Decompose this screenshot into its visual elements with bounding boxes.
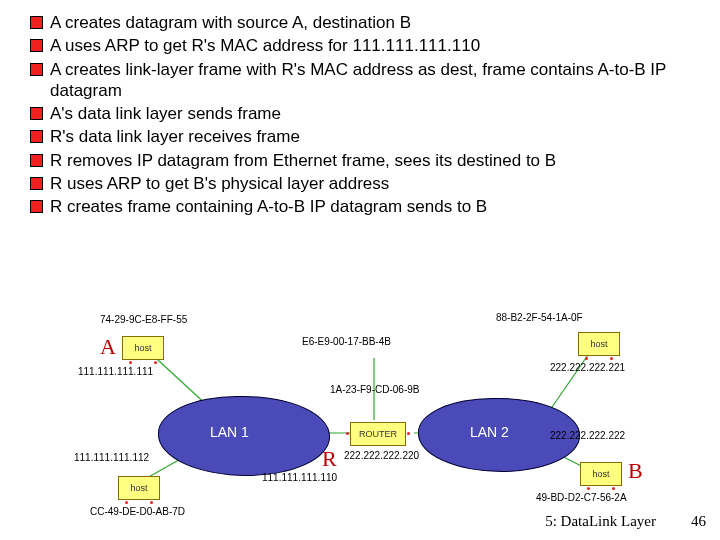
svg-line-5 bbox=[550, 352, 590, 410]
lan2-label: LAN 2 bbox=[470, 424, 509, 440]
bullet-item: R uses ARP to get B's physical layer add… bbox=[28, 173, 692, 194]
router-left-ip: 111.111.111.110 bbox=[262, 472, 337, 483]
host-a-icon: host bbox=[122, 336, 164, 360]
host-b-top-icon: host bbox=[578, 332, 620, 356]
host-b-top-mac: 88-B2-2F-54-1A-0F bbox=[496, 312, 583, 323]
lan1-label: LAN 1 bbox=[210, 424, 249, 440]
bullet-item: R's data link layer receives frame bbox=[28, 126, 692, 147]
label-b: B bbox=[628, 458, 643, 484]
footer-chapter: 5: DataLink Layer bbox=[545, 513, 656, 530]
bullet-list: A creates datagram with source A, destin… bbox=[28, 12, 692, 217]
host-a2-icon: host bbox=[118, 476, 160, 500]
bullet-item: A creates link-layer frame with R's MAC … bbox=[28, 59, 692, 102]
host-b-top-ip: 222.222.222.221 bbox=[550, 362, 625, 373]
host-a-ip: 111.111.111.111 bbox=[78, 366, 153, 377]
host-b-icon: host bbox=[580, 462, 622, 486]
bullet-item: R removes IP datagram from Ethernet fram… bbox=[28, 150, 692, 171]
bullet-item: A's data link layer sends frame bbox=[28, 103, 692, 124]
router-icon: ROUTER bbox=[350, 422, 406, 446]
footer-page-number: 46 bbox=[691, 513, 706, 530]
router-left-mac: E6-E9-00-17-BB-4B bbox=[302, 336, 391, 347]
label-r: R bbox=[322, 446, 337, 472]
host-a2-mac: CC-49-DE-D0-AB-7D bbox=[90, 506, 185, 517]
bullet-item: A creates datagram with source A, destin… bbox=[28, 12, 692, 33]
bullet-item: A uses ARP to get R's MAC address for 11… bbox=[28, 35, 692, 56]
router-right-mac: 1A-23-F9-CD-06-9B bbox=[330, 384, 419, 395]
network-diagram: LAN 1 LAN 2 host A 74-29-9C-E8-FF-55 111… bbox=[60, 308, 640, 518]
label-a: A bbox=[100, 334, 116, 360]
host-b-ip: 222.222.222.222 bbox=[550, 430, 625, 441]
router-right-ip: 222.222.222.220 bbox=[344, 450, 419, 461]
host-b-mac: 49-BD-D2-C7-56-2A bbox=[536, 492, 627, 503]
bullet-item: R creates frame containing A-to-B IP dat… bbox=[28, 196, 692, 217]
host-a2-ip: 111.111.111.112 bbox=[74, 452, 149, 463]
host-a-mac: 74-29-9C-E8-FF-55 bbox=[100, 314, 187, 325]
